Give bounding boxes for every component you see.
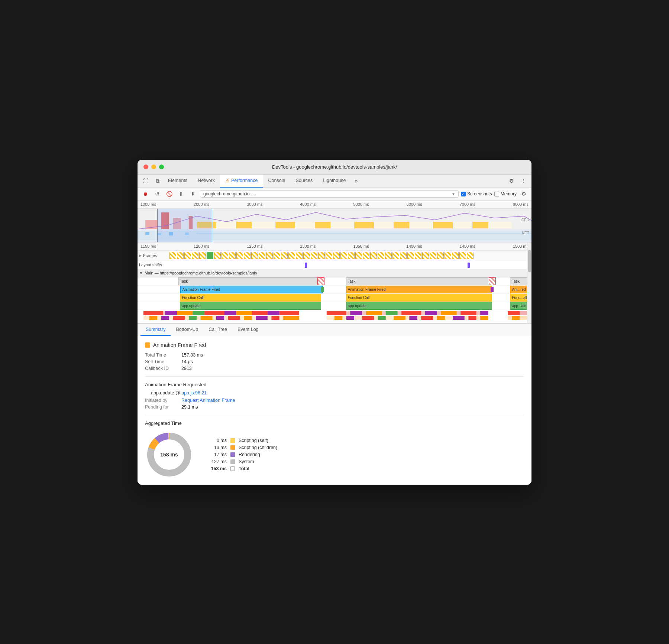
frames-text: Frames bbox=[143, 253, 157, 258]
bottom-panel: Summary Bottom-Up Call Tree Event Log An… bbox=[138, 323, 531, 485]
memory-checkbox-label[interactable]: Memory bbox=[494, 191, 517, 196]
frame-block bbox=[244, 252, 251, 259]
frame-block bbox=[378, 252, 384, 259]
overview-graph[interactable]: CPU NET bbox=[138, 209, 531, 242]
anim-block-2[interactable]: Animation Frame Fired bbox=[346, 286, 492, 293]
clear-button[interactable]: 🚫 bbox=[164, 189, 174, 199]
func-block-1[interactable]: Function Call bbox=[180, 294, 321, 302]
refresh-button[interactable]: ↺ bbox=[152, 189, 162, 199]
tab-network[interactable]: Network bbox=[193, 174, 220, 188]
callback-id-row: Callback ID 2913 bbox=[145, 366, 524, 371]
tab-console[interactable]: Console bbox=[263, 174, 291, 188]
aggregated-content: 158 ms 0 ms Scripting (self) 13 ms Scrip… bbox=[145, 430, 524, 479]
svg-rect-33 bbox=[173, 316, 185, 320]
task-block-1[interactable]: Task bbox=[178, 277, 325, 285]
tab-bar: ⛶ ⧉ Elements Network ⚠ Performance Conso… bbox=[138, 175, 531, 188]
device-icon[interactable]: ⧉ bbox=[152, 176, 163, 186]
more-options-icon[interactable]: ⋮ bbox=[518, 176, 529, 186]
tab-performance[interactable]: ⚠ Performance bbox=[220, 174, 263, 188]
callback-id-value: 2913 bbox=[181, 366, 192, 371]
svg-rect-40 bbox=[271, 316, 279, 320]
svg-rect-45 bbox=[366, 311, 382, 315]
memory-checkbox[interactable] bbox=[494, 192, 499, 196]
app-update-block-2[interactable]: app.update bbox=[346, 302, 492, 310]
inspect-icon[interactable]: ⛶ bbox=[140, 176, 151, 186]
initiated-row: Initiated by Request Animation Frame bbox=[145, 398, 524, 403]
titlebar: DevTools - googlechrome.github.io/devtoo… bbox=[138, 160, 531, 175]
aggregated-title: Aggregated Time bbox=[145, 420, 524, 426]
frame-block bbox=[445, 252, 451, 259]
legend-ms-3: 127 ms bbox=[208, 459, 227, 464]
app-update-track: app.update app.update app...ate bbox=[175, 302, 531, 310]
divider-1 bbox=[145, 376, 524, 377]
screenshots-checkbox[interactable]: ✓ bbox=[461, 192, 466, 196]
screenshots-checkbox-label[interactable]: ✓ Screenshots bbox=[461, 191, 492, 196]
frame-block bbox=[422, 252, 429, 259]
legend-label-total: Total bbox=[239, 466, 249, 471]
frame-block bbox=[355, 252, 362, 259]
frame-block bbox=[177, 252, 184, 259]
legend-color-1 bbox=[230, 445, 235, 450]
download-button[interactable]: ⬇ bbox=[188, 189, 198, 199]
tab-bar-right: ⚙ ⋮ bbox=[506, 176, 529, 186]
legend-color-2 bbox=[230, 452, 235, 457]
tab-lighthouse[interactable]: Lighthouse bbox=[318, 174, 351, 188]
record-button[interactable]: ⏺ bbox=[140, 189, 150, 199]
detail-mark-5: 1400 ms bbox=[407, 244, 422, 248]
tab-elements[interactable]: Elements bbox=[163, 174, 193, 188]
app-update-block-1[interactable]: app.update bbox=[180, 302, 321, 310]
svg-rect-28 bbox=[268, 311, 279, 315]
main-chevron-icon[interactable]: ▼ bbox=[139, 271, 143, 275]
svg-rect-50 bbox=[460, 311, 476, 315]
tab-bottom-up[interactable]: Bottom-Up bbox=[171, 324, 203, 336]
svg-rect-34 bbox=[189, 316, 197, 320]
svg-rect-46 bbox=[386, 311, 398, 315]
tab-sources[interactable]: Sources bbox=[290, 174, 318, 188]
capture-settings-icon[interactable]: ⚙ bbox=[519, 189, 529, 199]
cpu-label: CPU bbox=[521, 218, 529, 222]
svg-rect-56 bbox=[378, 316, 386, 320]
minimize-button[interactable] bbox=[151, 165, 156, 169]
maximize-button[interactable] bbox=[159, 165, 164, 169]
tab-summary[interactable]: Summary bbox=[140, 324, 171, 336]
tab-event-log[interactable]: Event Log bbox=[232, 324, 264, 336]
vertical-scrollbar[interactable] bbox=[527, 243, 531, 323]
svg-rect-37 bbox=[228, 316, 240, 320]
more-tabs-icon[interactable]: » bbox=[351, 176, 361, 186]
donut-chart: 158 ms bbox=[145, 430, 193, 479]
detail-mark-7: 1500 ms bbox=[513, 244, 529, 248]
legend-ms-1: 13 ms bbox=[208, 445, 227, 450]
scrollbar-thumb[interactable] bbox=[528, 250, 531, 272]
close-button[interactable] bbox=[143, 165, 148, 169]
pending-for-label: Pending for bbox=[145, 404, 178, 410]
event-name: Animation Frame Fired bbox=[153, 342, 206, 348]
settings-icon[interactable]: ⚙ bbox=[506, 176, 517, 186]
url-bar: googlechrome.github.io … ▼ bbox=[200, 190, 459, 198]
svg-rect-22 bbox=[177, 311, 193, 315]
frames-label: ▶ Frames bbox=[139, 253, 169, 258]
legend-label-1: Scripting (children) bbox=[239, 445, 277, 450]
main-section-header: ▼ Main — https://googlechrome.github.io/… bbox=[138, 269, 531, 277]
initiated-by-link[interactable]: Request Animation Frame bbox=[181, 398, 235, 403]
svg-rect-35 bbox=[201, 316, 213, 320]
func-block-2[interactable]: Function Call bbox=[346, 294, 492, 302]
detail-ruler: 1150 ms 1200 ms 1250 ms 1300 ms 1350 ms … bbox=[138, 243, 531, 251]
svg-rect-11 bbox=[433, 222, 453, 228]
task-block-2[interactable]: Task bbox=[346, 277, 496, 285]
legend-ms-total: 158 ms bbox=[208, 466, 227, 471]
frame-block bbox=[326, 252, 332, 259]
legend-color-0 bbox=[230, 438, 235, 443]
url-arrow-icon: ▼ bbox=[452, 192, 455, 196]
selection-overlay[interactable] bbox=[157, 209, 212, 242]
tab-call-tree[interactable]: Call Tree bbox=[203, 324, 232, 336]
frames-chevron-icon[interactable]: ▶ bbox=[139, 254, 142, 257]
pending-row: Pending for 29.1 ms bbox=[145, 404, 524, 410]
app-update-link[interactable]: app.js:96:21 bbox=[181, 390, 207, 396]
upload-button[interactable]: ⬆ bbox=[176, 189, 186, 199]
frame-block bbox=[385, 252, 392, 259]
svg-rect-60 bbox=[437, 316, 445, 320]
anim-block-selected[interactable]: Animation Frame Fired bbox=[180, 286, 323, 293]
timeline-overview: 1000 ms 2000 ms 3000 ms 4000 ms 5000 ms … bbox=[138, 201, 531, 243]
frame-block bbox=[214, 252, 221, 259]
donut-center-label: 158 ms bbox=[160, 452, 178, 458]
